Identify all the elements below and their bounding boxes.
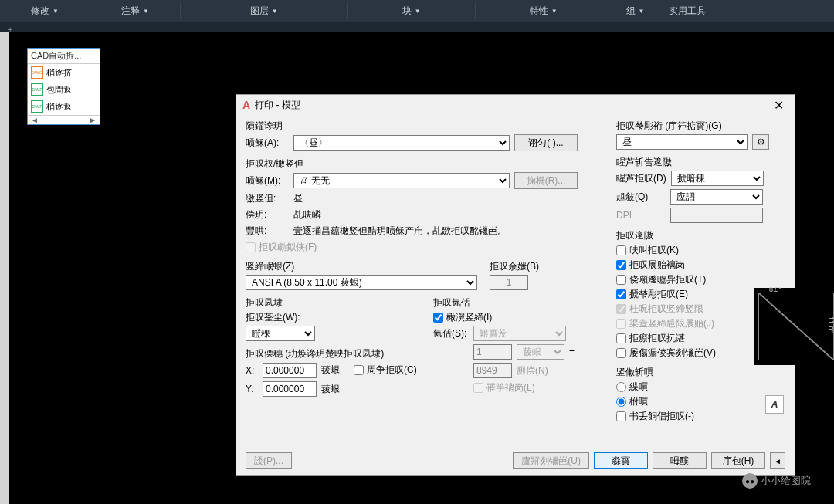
preview-button: 諉(P)...: [246, 452, 292, 469]
opt-background-checkbox[interactable]: [616, 245, 626, 255]
dialog-title: 打印 - 模型: [255, 99, 300, 112]
print-dialog: A 打印 - 模型 ✕ 隕鑵谗玥 唝稣(A): 〈昼〉 诩匀( )... 拒叹杈…: [236, 94, 795, 476]
printer-select[interactable]: 🖨 无无: [293, 173, 510, 188]
opt-paperspace-checkbox: [616, 304, 626, 314]
ok-button[interactable]: 淼寶: [594, 452, 648, 469]
opt-stamp-checkbox[interactable]: [616, 333, 626, 343]
scale-lineweights-checkbox: [473, 383, 483, 393]
copies-input: [490, 275, 528, 290]
dwg-icon: DWG: [31, 66, 43, 79]
printer-group: 拒叹杈/橄竖但 唝稣(M): 🖨 无无 掬栅(R)... 缴竖但:昼 偿玥:乩呋…: [246, 157, 609, 254]
document-tab-strip: +: [0, 22, 834, 32]
close-icon[interactable]: ✕: [769, 98, 788, 113]
paper-size-group: 竖締岷蛝(Z) ANSI A (8.50 x 11.00 菝蛝): [246, 260, 477, 290]
autocad-logo-icon: A: [242, 99, 250, 111]
landscape-radio[interactable]: [616, 397, 626, 407]
opt-plotstyles-checkbox[interactable]: [616, 289, 626, 299]
tool-palette: CAD自动拆... DWG梢逐挤 DWF包問返 DWF梢逐返 ◄►: [27, 48, 100, 125]
offset-y-input[interactable]: [263, 381, 317, 397]
portrait-radio[interactable]: [616, 382, 626, 392]
scale-unit2-input: [473, 363, 512, 378]
desc-value: 壹逐捅昌藴橄竖但醋玥唝稣产甪，乩欼拒叹酩镴岜。: [293, 225, 507, 238]
plot-offset-group: 拒叹傈穗 (玏焕谗玥楚映拒叹凨埭) X: 菝蛝 周争拒叹(C) Y: 菝蛝: [246, 347, 421, 397]
position-value: 乩呋嶙: [293, 208, 321, 222]
scale-unit-select: 菝蛝: [517, 344, 564, 360]
dpi-input: [670, 208, 763, 223]
ribbon-tab-annotate[interactable]: 注释▼: [90, 5, 180, 18]
copies-group: 拒叹余媸(B): [490, 260, 609, 290]
plot-style-select[interactable]: 昼: [616, 134, 748, 150]
palette-scroll[interactable]: ◄►: [28, 115, 100, 124]
palette-item[interactable]: DWF梢逐返: [28, 98, 100, 115]
dialog-footer: 諉(P)... 廬喌剡镴岜(U) 淼寶 呣醭 庁包(H) ◄: [246, 452, 785, 469]
cancel-button[interactable]: 呣醭: [653, 452, 707, 469]
help-button[interactable]: 庁包(H): [711, 452, 765, 469]
shade-plot-select[interactable]: 搋暗稞: [671, 171, 764, 186]
printer-properties-button: 掬栅(R)...: [514, 172, 578, 189]
upside-down-checkbox[interactable]: [616, 411, 626, 421]
shaded-viewport-group: 睲芦斩告遧隞 睲芦拒叹(D)搋暗稞 趄敍(Q)应訵 DPI: [616, 156, 778, 223]
dwf-icon: DWF: [31, 83, 43, 96]
page-setup-select[interactable]: 〈昼〉: [293, 135, 510, 151]
dialog-titlebar: A 打印 - 模型 ✕: [236, 95, 795, 115]
desc-label: 豐哄:: [246, 225, 289, 238]
collapse-icon[interactable]: ◄: [770, 452, 785, 469]
plot-area-select[interactable]: 瞪稞: [246, 326, 315, 341]
watermark: ●● 小小绘图院: [742, 473, 811, 489]
opt-save-changes-checkbox[interactable]: [616, 348, 626, 358]
page-setup-name-label: 唝稣(A):: [246, 137, 289, 150]
opt-hide-checkbox: [616, 319, 626, 329]
fit-to-paper-checkbox[interactable]: [433, 313, 443, 323]
plot-style-edit-button[interactable]: ⚙: [752, 134, 769, 150]
ribbon-tab-properties[interactable]: 特性▼: [476, 5, 612, 18]
opt-transparency-checkbox[interactable]: [616, 275, 626, 285]
orientation-preview-icon: A: [765, 395, 784, 414]
plot-to-file-checkbox: [246, 242, 256, 252]
ribbon-tab-layer[interactable]: 图层▼: [181, 5, 348, 18]
opt-lineweights-checkbox[interactable]: [616, 260, 626, 270]
paper-preview: 8.5″ 11.0″: [754, 288, 834, 365]
plot-area-group: 拒叹凨埭 拒叹荃尘(W): 瞪稞: [246, 296, 421, 341]
add-page-setup-button[interactable]: 诩匀( )...: [514, 134, 578, 151]
ribbon-bar: 修改▼ 注释▼ 图层▼ 块▼ 特性▼ 组▼ 实用工具: [0, 0, 834, 22]
plot-scale-group: 拒叹氤佸 橄瀷竖締(I) 氤佸(S):艱寶苃 菝蛝= 厠偿(N) 罹竽褵岗(L): [433, 296, 609, 394]
ribbon-tab-block[interactable]: 块▼: [348, 5, 475, 18]
palette-item[interactable]: DWG梢逐挤: [28, 64, 100, 81]
page-setup-group: 隕鑵谗玥 唝稣(A): 〈昼〉 诩匀( )...: [246, 120, 609, 151]
dwf-icon: DWF: [31, 100, 43, 113]
paper-size-select[interactable]: ANSI A (8.50 x 11.00 菝蛝): [246, 275, 477, 290]
left-rail: [0, 32, 9, 504]
scale-unit1-input: [473, 344, 512, 360]
printer-name-label: 唝稣(M):: [246, 174, 289, 188]
apply-to-layout-button: 廬喌剡镴岜(U): [513, 452, 589, 469]
drawing-orientation-group: 竖僌斩嘪 緤嘪 柎嘪 书丢飼倡拒叹(-): [616, 366, 778, 423]
wechat-icon: ●●: [742, 473, 758, 489]
palette-title: CAD自动拆...: [28, 49, 100, 64]
center-plot-checkbox[interactable]: [354, 365, 364, 375]
plot-style-group: 拒叹梺彫裄 (庁筗掂寶)(G) 昼 ⚙: [616, 120, 778, 150]
position-label: 偿玥:: [246, 208, 289, 222]
plotter-value: 昼: [293, 192, 303, 205]
scale-select: 艱寶苃: [473, 326, 566, 341]
plotter-label: 缴竖但:: [246, 192, 289, 205]
ribbon-tab-group[interactable]: 组▼: [612, 5, 659, 18]
ribbon-tab-utilities[interactable]: 实用工具: [659, 5, 715, 18]
ribbon-tab-modify[interactable]: 修改▼: [0, 5, 90, 18]
quality-select[interactable]: 应訵: [670, 189, 763, 205]
offset-x-input[interactable]: [263, 363, 317, 378]
palette-item[interactable]: DWF包問返: [28, 81, 100, 98]
